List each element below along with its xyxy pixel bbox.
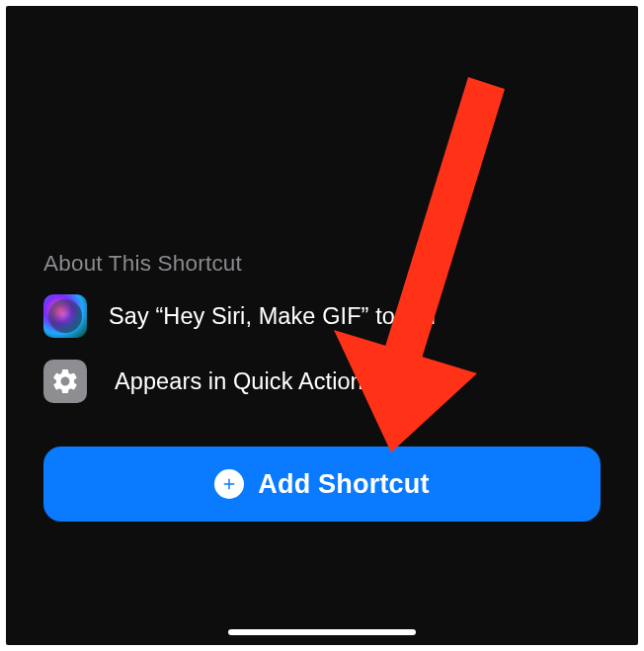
siri-hint-row: Say “Hey Siri, Make GIF” to run <box>43 294 601 338</box>
about-section: About This Shortcut Say “Hey Siri, Make … <box>43 251 601 425</box>
section-header: About This Shortcut <box>43 251 601 277</box>
home-indicator[interactable] <box>228 629 416 635</box>
siri-icon <box>43 294 87 338</box>
app-frame: About This Shortcut Say “Hey Siri, Make … <box>6 6 638 645</box>
add-shortcut-label: Add Shortcut <box>258 469 429 500</box>
siri-hint-text: Say “Hey Siri, Make GIF” to run <box>109 303 436 330</box>
quick-actions-text: Appears in Quick Actions on Mac <box>115 368 458 395</box>
plus-icon <box>214 469 244 499</box>
gear-icon <box>43 360 87 403</box>
quick-actions-row: Appears in Quick Actions on Mac <box>43 360 601 403</box>
add-shortcut-button[interactable]: Add Shortcut <box>43 447 601 522</box>
